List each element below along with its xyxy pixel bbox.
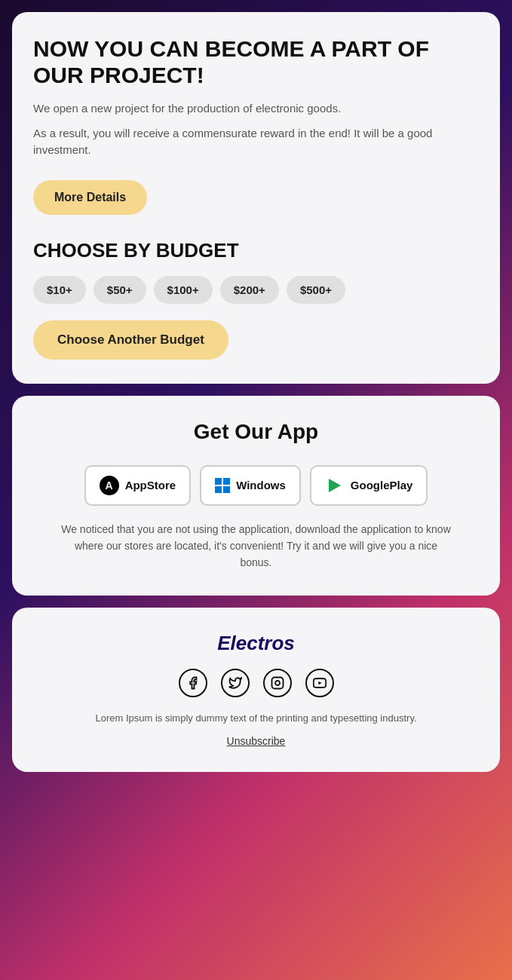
windows-icon — [215, 478, 230, 493]
project-card: NOW YOU CAN BECOME A PART OF OUR PROJECT… — [12, 12, 500, 384]
budget-title: CHOOSE BY BUDGET — [33, 239, 479, 262]
appstore-button[interactable]: A AppStore — [84, 465, 192, 506]
social-icons — [33, 669, 479, 697]
project-title: NOW YOU CAN BECOME A PART OF OUR PROJECT… — [33, 36, 479, 88]
budget-options: $10+$50+$100+$200+$500+ — [33, 276, 479, 304]
more-details-button[interactable]: More Details — [33, 180, 147, 215]
svg-marker-2 — [318, 681, 321, 684]
project-desc2: As a result, you will receive a commensu… — [33, 125, 479, 159]
budget-chip[interactable]: $100+ — [154, 276, 213, 304]
unsubscribe-link[interactable]: Unsubscribe — [227, 735, 286, 747]
app-buttons: A AppStore Windows GooglePlay — [33, 465, 479, 506]
youtube-icon[interactable] — [305, 669, 334, 697]
appstore-label: AppStore — [125, 479, 176, 492]
budget-chip[interactable]: $200+ — [220, 276, 279, 304]
svg-rect-0 — [271, 677, 283, 688]
twitter-icon[interactable] — [221, 669, 250, 697]
windows-label: Windows — [236, 479, 286, 492]
windows-button[interactable]: Windows — [200, 465, 301, 506]
footer-logo: Electros — [33, 632, 479, 655]
app-title: Get Our App — [33, 420, 479, 444]
budget-chip[interactable]: $500+ — [287, 276, 345, 304]
choose-another-budget-button[interactable]: Choose Another Budget — [33, 320, 228, 360]
footer-text: Lorem Ipsum is simply dummy text of the … — [33, 711, 479, 726]
app-card: Get Our App A AppStore Windows GooglePla… — [12, 396, 500, 596]
googleplay-button[interactable]: GooglePlay — [310, 465, 428, 506]
budget-chip[interactable]: $10+ — [33, 276, 86, 304]
project-desc1: We open a new project for the production… — [33, 100, 479, 118]
googleplay-label: GooglePlay — [351, 479, 413, 492]
app-desc: We noticed that you are not using the ap… — [60, 521, 452, 571]
footer-card: Electros Lorem Ipsum is simply dummy tex… — [12, 608, 500, 773]
budget-chip[interactable]: $50+ — [94, 276, 146, 304]
appstore-icon: A — [100, 476, 119, 495]
facebook-icon[interactable] — [179, 669, 207, 697]
instagram-icon[interactable] — [263, 669, 292, 697]
googleplay-icon — [325, 476, 345, 495]
